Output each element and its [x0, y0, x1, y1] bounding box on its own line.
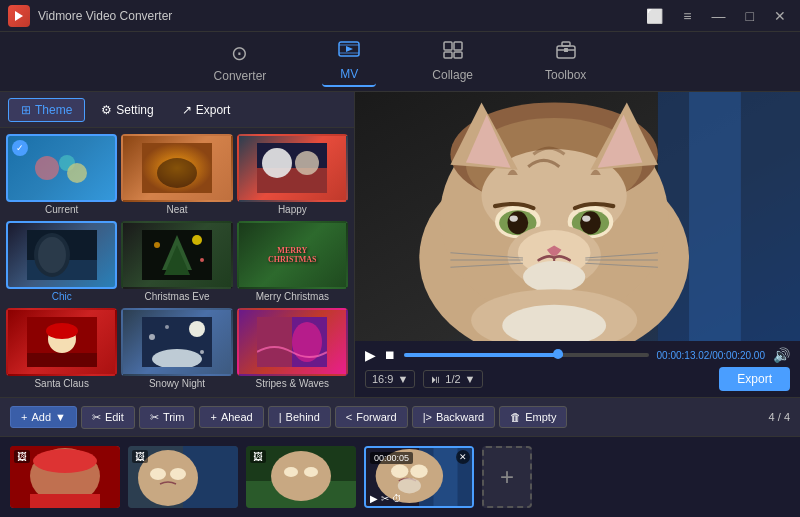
app-logo	[8, 5, 30, 27]
svg-point-19	[262, 148, 292, 178]
svg-marker-0	[15, 11, 23, 21]
setting-tab-icon: ⚙	[101, 103, 112, 117]
speed-chevron-icon: ▼	[465, 373, 476, 385]
timeline-clip-4[interactable]: 00:00:05 ✕ ▶ ✂ ⏱	[364, 446, 474, 508]
theme-thumb-neat[interactable]	[121, 134, 232, 202]
theme-item-neat[interactable]: Neat	[121, 134, 232, 217]
theme-item-stripes-waves[interactable]: Stripes & Waves	[237, 308, 348, 391]
timeline-clip-2[interactable]: 🖼	[128, 446, 238, 508]
behind-button[interactable]: | Behind	[268, 406, 331, 428]
theme-label-stripes-waves: Stripes & Waves	[256, 378, 330, 389]
svg-point-62	[580, 211, 601, 234]
close-button[interactable]: ✕	[768, 6, 792, 26]
svg-point-94	[410, 464, 427, 477]
svg-point-14	[67, 163, 87, 183]
backward-button[interactable]: |> Backward	[412, 406, 496, 428]
tab-theme[interactable]: ⊞ Theme	[8, 98, 85, 122]
theme-item-current[interactable]: ✓ Current	[6, 134, 117, 217]
trim-button[interactable]: ✂ Trim	[139, 406, 196, 429]
tab-export[interactable]: ↗ Export	[170, 99, 243, 121]
theme-thumb-current[interactable]: ✓	[6, 134, 117, 202]
theme-item-happy[interactable]: Happy	[237, 134, 348, 217]
clip-time-4: 00:00:05	[370, 452, 413, 464]
svg-point-86	[271, 451, 331, 501]
time-clip-icon[interactable]: ⏱	[392, 493, 402, 504]
progress-bar[interactable]	[404, 353, 649, 357]
theme-label-santa-claus: Santa Claus	[34, 378, 88, 389]
trim-label: Trim	[163, 411, 185, 423]
edit-button[interactable]: ✂ Edit	[81, 406, 135, 429]
forward-button[interactable]: < Forward	[335, 406, 408, 428]
clip-close-4[interactable]: ✕	[456, 450, 470, 464]
maximize-icon[interactable]: □	[740, 6, 760, 26]
play-button[interactable]: ▶	[365, 347, 376, 363]
theme-item-merry-christmas[interactable]: MERRYCHRISTMAS Merry Christmas	[237, 221, 348, 304]
theme-thumb-snowy[interactable]	[121, 308, 232, 376]
theme-grid: ✓ Current	[0, 128, 354, 397]
volume-button[interactable]: 🔊	[773, 347, 790, 363]
theme-label-christmas-eve: Christmas Eve	[144, 291, 209, 302]
behind-label: Behind	[286, 411, 320, 423]
mv-icon	[338, 40, 360, 63]
minimize-icon[interactable]: —	[706, 6, 732, 26]
clip-controls-4: ▶ ✂ ⏱	[370, 493, 402, 504]
timeline-clip-3[interactable]: 🖼	[246, 446, 356, 508]
svg-point-36	[189, 321, 205, 337]
svg-point-12	[35, 156, 59, 180]
ahead-button[interactable]: + Ahead	[199, 406, 263, 428]
speed-label: 1/2	[445, 373, 460, 385]
export-tab-label: Export	[196, 103, 231, 117]
tab-bar: ⊞ Theme ⚙ Setting ↗ Export	[0, 92, 354, 128]
minimize-button[interactable]: ⬜	[640, 6, 669, 26]
theme-thumb-stripes[interactable]	[237, 308, 348, 376]
svg-point-82	[150, 468, 166, 480]
speed-select[interactable]: ⏯ 1/2 ▼	[423, 370, 482, 388]
svg-point-93	[391, 464, 408, 477]
theme-item-christmas-eve[interactable]: Christmas Eve	[121, 221, 232, 304]
theme-item-chic[interactable]: Chic	[6, 221, 117, 304]
empty-button[interactable]: 🗑 Empty	[499, 406, 567, 428]
nav-bar: ⊙ Converter MV Collage	[0, 32, 800, 92]
nav-collage[interactable]: Collage	[416, 37, 489, 86]
aspect-ratio-select[interactable]: 16:9 ▼	[365, 370, 415, 388]
theme-thumb-christmas-eve[interactable]	[121, 221, 232, 289]
nav-toolbox[interactable]: Toolbox	[529, 37, 602, 86]
progress-fill	[404, 353, 563, 357]
nav-mv[interactable]: MV	[322, 36, 376, 87]
edit-clip-icon[interactable]: ✂	[381, 493, 389, 504]
svg-point-39	[165, 325, 169, 329]
setting-tab-label: Setting	[116, 103, 153, 117]
svg-point-40	[200, 350, 204, 354]
title-bar: Vidmore Video Converter ⬜ ≡ — □ ✕	[0, 0, 800, 32]
export-button[interactable]: Export	[719, 367, 790, 391]
backward-label: Backward	[436, 411, 484, 423]
time-display: 00:00:13.02/00:00:20.00	[657, 350, 765, 361]
theme-thumb-happy[interactable]	[237, 134, 348, 202]
svg-point-24	[38, 237, 66, 273]
svg-rect-77	[30, 494, 100, 508]
svg-point-20	[295, 151, 319, 175]
ahead-label: Ahead	[221, 411, 253, 423]
nav-converter[interactable]: ⊙ Converter	[198, 37, 283, 87]
add-clip-button[interactable]: +	[482, 446, 532, 508]
timeline-clip-1[interactable]: 🖼	[10, 446, 120, 508]
theme-item-santa-claus[interactable]: Santa Claus	[6, 308, 117, 391]
theme-label-happy: Happy	[278, 204, 307, 215]
theme-thumb-merry-christmas[interactable]: MERRYCHRISTMAS	[237, 221, 348, 289]
timeline: 🖼 🖼 🖼	[0, 437, 800, 517]
right-panel: ▶ ⏹ 00:00:13.02/00:00:20.00 🔊 16:9 ▼ ⏯	[355, 92, 800, 397]
play-clip-icon[interactable]: ▶	[370, 493, 378, 504]
tab-setting[interactable]: ⚙ Setting	[89, 99, 165, 121]
theme-label-current: Current	[45, 204, 78, 215]
speed-icon: ⏯	[430, 373, 441, 385]
app-title: Vidmore Video Converter	[38, 9, 640, 23]
clip-icon-2: 🖼	[132, 450, 148, 463]
page-count: 4 / 4	[769, 411, 790, 423]
theme-item-snowy-night[interactable]: Snowy Night	[121, 308, 232, 391]
theme-thumb-chic[interactable]	[6, 221, 117, 289]
add-button[interactable]: + Add ▼	[10, 406, 77, 428]
svg-point-59	[510, 215, 518, 221]
restore-button[interactable]: ≡	[677, 6, 697, 26]
theme-thumb-santa[interactable]	[6, 308, 117, 376]
stop-button[interactable]: ⏹	[384, 348, 396, 362]
